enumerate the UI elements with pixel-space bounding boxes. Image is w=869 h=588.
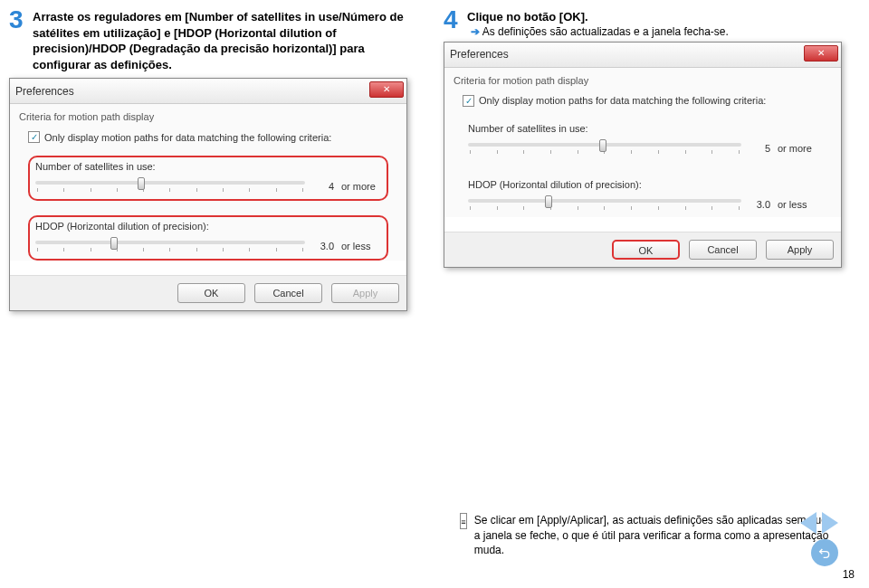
satellites-suffix: or more (778, 143, 817, 154)
hdop-label: HDOP (Horizontal dilution of precision): (35, 221, 381, 232)
hdop-slider-block: HDOP (Horizontal dilution of precision):… (463, 175, 823, 217)
close-button[interactable]: ✕ (369, 81, 404, 98)
dialog-title: Preferences (15, 85, 74, 98)
preferences-dialog-left: Preferences ✕ Criteria for motion path d… (9, 78, 407, 311)
titlebar[interactable]: Preferences ✕ (10, 79, 406, 104)
ok-button[interactable]: OK (612, 240, 680, 260)
note-icon: ≡ (460, 513, 467, 529)
criteria-checkbox[interactable]: ✓ (28, 131, 40, 143)
satellites-suffix: or more (341, 181, 381, 192)
apply-button[interactable]: Apply (766, 240, 834, 260)
satellites-label: Number of satellites in use: (35, 161, 381, 172)
cancel-button[interactable]: Cancel (254, 283, 322, 303)
criteria-heading: Criteria for motion path display (19, 111, 397, 122)
hdop-slider-block: HDOP (Horizontal dilution of precision):… (28, 215, 388, 261)
satellites-slider[interactable] (35, 181, 305, 185)
hdop-suffix: or less (341, 241, 381, 251)
step-3-text: Arraste os reguladores em [Number of sat… (33, 7, 425, 72)
hdop-suffix: or less (778, 199, 817, 210)
satellites-slider-block: Number of satellites in use: 4 or more (28, 156, 388, 201)
hdop-slider[interactable] (468, 199, 741, 203)
satellites-label: Number of satellites in use: (468, 123, 817, 134)
satellites-value: 5 (749, 143, 770, 154)
preferences-dialog-right: Preferences ✕ Criteria for motion path d… (444, 42, 842, 268)
arrow-icon: ➔ (471, 25, 480, 38)
criteria-checkbox[interactable]: ✓ (463, 95, 474, 107)
footer-note-text: Se clicar em [Apply/Aplicar], as actuais… (474, 513, 831, 557)
titlebar[interactable]: Preferences ✕ (444, 43, 841, 68)
apply-button[interactable]: Apply (331, 283, 399, 303)
satellites-slider[interactable] (468, 143, 741, 147)
return-button[interactable] (811, 539, 838, 566)
hdop-label: HDOP (Horizontal dilution of precision): (468, 179, 817, 190)
hdop-value: 3.0 (312, 241, 334, 251)
footer-note: ≡ Se clicar em [Apply/Aplicar], as actua… (460, 513, 831, 557)
return-icon (817, 545, 832, 560)
criteria-heading: Criteria for motion path display (454, 75, 832, 86)
step-number-4: 4 (444, 7, 462, 38)
nav-back-icon[interactable] (800, 512, 816, 534)
dialog-title: Preferences (450, 48, 509, 61)
satellites-value: 4 (312, 181, 334, 192)
step-4-subtext: As definições são actualizadas e a janel… (482, 25, 729, 38)
hdop-slider[interactable] (35, 241, 305, 244)
close-button[interactable]: ✕ (804, 45, 838, 62)
step-4-title: Clique no botão [OK]. (467, 7, 729, 25)
cancel-button[interactable]: Cancel (689, 240, 757, 260)
ok-button[interactable]: OK (177, 283, 245, 303)
criteria-checkbox-label: Only display motion paths for data match… (44, 132, 331, 143)
nav-forward-icon[interactable] (822, 512, 838, 534)
criteria-checkbox-label: Only display motion paths for data match… (479, 95, 766, 106)
hdop-value: 3.0 (749, 199, 770, 210)
page-number: 18 (843, 568, 855, 581)
satellites-slider-block: Number of satellites in use: 5 or more (463, 119, 823, 161)
step-number-3: 3 (9, 7, 27, 72)
